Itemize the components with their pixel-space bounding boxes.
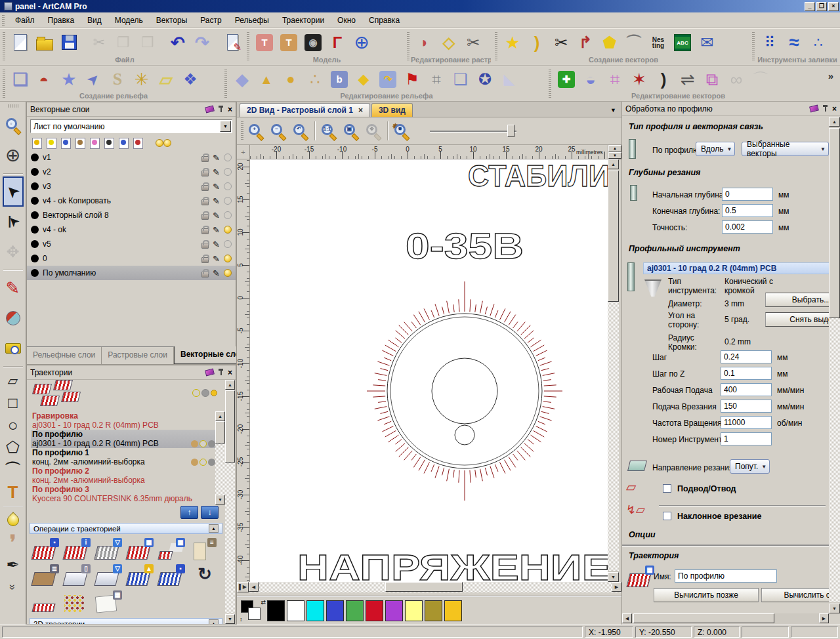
setup-material[interactable]: ▯ [62,564,91,588]
texture-relief[interactable]: ∴ [304,68,326,91]
create-polygon[interactable]: ⬟ [598,31,621,54]
circle-tool[interactable]: ○ [3,414,24,436]
color-swatch[interactable] [267,600,285,621]
lock-icon[interactable] [201,171,209,176]
scroll-track[interactable] [829,318,840,602]
layer-color-dot[interactable] [31,182,39,190]
tab-layers[interactable]: Рельефные слои [27,347,102,364]
tile-relief[interactable]: ❏ [450,68,472,91]
measure-tool[interactable] [3,333,24,363]
bulb-icon[interactable] [211,390,217,396]
background-color-swatch[interactable] [248,608,261,620]
stepover-input[interactable] [721,350,772,363]
block-copy[interactable]: ✚ [555,68,578,91]
toolpath-info[interactable]: i [62,538,91,562]
tolerance-input[interactable] [722,220,773,234]
layer-row[interactable]: v3✎ [27,179,236,194]
snap-edit-icon[interactable]: ✎ [213,255,220,263]
wedge-relief[interactable]: ◣ [498,68,520,91]
scroll-up-button[interactable]: ▲ [829,117,840,127]
spindle-speed-input[interactable] [721,416,772,429]
menu-item[interactable]: Траектории [276,13,331,28]
import-layer[interactable] [133,138,143,149]
extrude-relief[interactable]: ➤ [82,68,104,91]
final-depth-input[interactable] [722,204,773,217]
mirror-vectors[interactable]: ⇌ [677,68,699,91]
toolpath-icon[interactable] [40,396,60,406]
close-panel-icon[interactable]: × [832,106,837,112]
relief-wizard[interactable]: ❖ [179,68,201,91]
lock-icon[interactable] [201,272,209,278]
toolpath-preview[interactable]: ▦ [94,590,122,614]
scroll-down-button[interactable]: ▼ [608,572,619,582]
layer-color-dot[interactable] [31,168,39,176]
toolpaths-panel-scrollbar[interactable]: ▲ ▼ [225,380,236,624]
quick-simulation[interactable] [31,590,59,614]
calculate-later-button[interactable]: Вычислить позже [654,588,759,602]
zoom-out-button[interactable]: − [267,120,289,142]
delete-layer[interactable] [104,138,114,149]
visibility-bulb-icon[interactable] [224,182,232,190]
save-all-toolpaths[interactable]: ▪ [157,564,185,588]
transform-toolpath[interactable]: ↻ [188,564,217,588]
fill-nodes[interactable]: ∴ [807,31,830,54]
profile-panel-vertical-scrollbar[interactable]: ▲ ▼ [829,117,840,613]
color-swatch[interactable] [425,600,442,621]
visibility-bulb-icon[interactable] [224,154,232,161]
model-grayscale[interactable]: ◉ [302,31,324,54]
layer-color-dot[interactable] [31,226,39,234]
pencil-tool[interactable]: ✎ [3,273,24,303]
pane-splitter-icon[interactable]: ▌▶ [237,582,249,592]
direction-dropdown[interactable]: Вдоль▼ [696,142,735,156]
calculate-now-button[interactable]: Вычислить се [761,588,829,602]
freehand-tool[interactable]: ✒ [3,554,24,576]
layer-row[interactable]: v5✎ [27,237,236,251]
droplet-tool[interactable] [3,509,24,531]
bulb-gray-icon[interactable] [208,440,215,447]
toolpath-item[interactable]: По профилю 2конц. 2мм -алюминий-выборка [31,466,225,485]
zoom-in-button[interactable]: + [245,120,267,142]
toolpath-item[interactable]: Сверление [31,503,225,505]
snap-edit-icon[interactable]: ✎ [213,240,220,249]
create-star[interactable]: ★ [501,31,524,54]
set-model-size[interactable]: T [253,31,276,54]
chevron-down-icon[interactable]: ▼ [220,121,231,132]
create-bridge[interactable]: ⌒ [623,31,645,54]
snap-edit-icon[interactable]: ✎ [213,269,220,278]
stepdown-input[interactable] [721,367,772,380]
lead-in-out-checkbox[interactable] [663,484,671,493]
mesh-relief[interactable]: ⌗ [425,68,448,91]
toolpath-item[interactable]: Гравировкаaj0301 - 10 град 0.2 R (04mm) … [31,411,225,430]
color-swatch[interactable] [405,600,423,621]
toolpath-icon[interactable] [61,392,81,402]
visibility-bulb-icon[interactable] [224,255,232,262]
toolpath-list-scrollbar[interactable]: ▲▼ [215,411,225,505]
menu-item[interactable]: Правка [41,13,81,28]
lock-icon[interactable] [201,257,209,263]
pin-icon[interactable] [218,369,224,376]
knob-relief[interactable]: ● [280,68,302,91]
color-swatch[interactable] [444,600,462,621]
palette-cut[interactable]: ✂ [462,31,484,54]
close-button[interactable]: × [828,2,839,11]
toolpath-notes[interactable]: ≡ [188,538,217,562]
close-tab-icon[interactable]: × [358,106,363,115]
scroll-thumb[interactable] [829,128,840,318]
bulb-gray-icon[interactable] [208,459,215,466]
eraser-icon[interactable] [205,369,215,377]
new-model[interactable] [9,31,32,54]
layer-row[interactable]: v1✎ [27,150,236,165]
visibility-bulb-icon[interactable] [224,168,232,176]
snap-edit-icon[interactable]: ✎ [213,154,220,162]
batch-calculate[interactable]: ▦ [157,538,185,562]
move-toolpath-down-button[interactable]: ↓ [201,506,219,519]
eraser-icon[interactable] [809,105,819,113]
close-panel-icon[interactable]: × [228,106,232,113]
paste-along-curve[interactable]: ABC [671,31,694,54]
reset-colors-icon[interactable]: ↕ [240,616,243,623]
plane-relief[interactable]: ▱ [155,68,177,91]
toggle-all-layers-lamp[interactable] [156,139,171,147]
star-relief[interactable]: ★ [58,68,80,91]
layer-color[interactable] [61,138,71,149]
scroll-down-button[interactable]: ▼ [225,614,235,624]
